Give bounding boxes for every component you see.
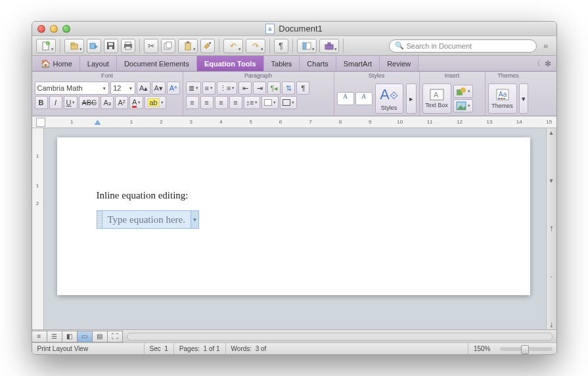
- window-title: Document1: [32, 24, 556, 34]
- ribbon: Font Cambria Math▼ 12▼ A▴ A▾ Aᵃ B I U▾ A…: [32, 72, 556, 116]
- zoom-slider[interactable]: [500, 347, 553, 351]
- browse-object-button[interactable]: ◦: [550, 273, 552, 280]
- strikethrough-button[interactable]: ABC: [79, 96, 99, 109]
- tab-layout[interactable]: Layout: [80, 56, 117, 71]
- indent-marker[interactable]: [95, 120, 101, 125]
- borders-button[interactable]: ▾: [280, 96, 297, 109]
- new-doc-button[interactable]: +: [36, 39, 56, 53]
- group-label-paragraph: Paragraph: [186, 72, 331, 80]
- change-case-button[interactable]: Aᵃ: [167, 82, 180, 95]
- equation-editor-box[interactable]: Type equation here. ▼: [97, 210, 199, 229]
- ruler-horizontal[interactable]: 1 1 2 3 4 5 6 7 8 9 10 11 12 13 14 15: [32, 116, 556, 128]
- redo-button[interactable]: ↷: [246, 39, 265, 53]
- grow-font-button[interactable]: A▴: [137, 82, 150, 95]
- ribbon-settings-button[interactable]: ✻: [545, 59, 551, 68]
- svg-rect-5: [90, 43, 95, 49]
- text-box-button[interactable]: A Text Box: [422, 83, 451, 114]
- format-painter-button[interactable]: [200, 39, 215, 53]
- document-page[interactable]: Inline equation editing: Type equation h…: [57, 137, 530, 295]
- font-name-combo[interactable]: Cambria Math▼: [35, 82, 110, 95]
- print-button[interactable]: [121, 39, 135, 53]
- styles-more-button[interactable]: ▸: [406, 83, 417, 114]
- view-publishing-button[interactable]: ◧: [62, 331, 78, 342]
- open-recent-button[interactable]: [87, 39, 101, 53]
- open-button[interactable]: [64, 39, 84, 53]
- line-spacing-button[interactable]: ↕≡▾: [244, 96, 261, 109]
- sidebar-toggle-button[interactable]: [297, 39, 317, 53]
- show-formatting-button[interactable]: ¶: [274, 39, 288, 53]
- copy-button[interactable]: [161, 39, 175, 53]
- view-outline-button[interactable]: ☰: [47, 331, 62, 342]
- status-zoom[interactable]: 150%: [468, 343, 496, 355]
- paste-button[interactable]: [178, 39, 198, 53]
- save-button[interactable]: [104, 39, 118, 53]
- underline-button[interactable]: U▾: [64, 96, 78, 109]
- toolbox-button[interactable]: [319, 39, 339, 53]
- tab-document-elements[interactable]: Document Elements: [117, 56, 197, 71]
- body-text-line[interactable]: Inline equation editing:: [97, 190, 491, 201]
- bold-button[interactable]: B: [35, 96, 48, 109]
- justify-button[interactable]: ≡: [229, 96, 242, 109]
- svg-rect-11: [125, 47, 131, 49]
- shape-button[interactable]: ▾: [453, 85, 473, 98]
- undo-button[interactable]: ↶: [223, 39, 243, 53]
- bullets-button[interactable]: ≣▾: [186, 82, 201, 95]
- tab-review[interactable]: Review: [380, 56, 418, 71]
- equation-handle-left[interactable]: [97, 211, 102, 228]
- show-marks-button[interactable]: ¶: [296, 82, 309, 95]
- font-color-button[interactable]: A▾: [129, 96, 143, 109]
- decrease-indent-button[interactable]: ⇤: [238, 82, 252, 95]
- group-label-styles: Styles: [337, 72, 417, 80]
- view-fullscreen-button[interactable]: ⛶: [107, 331, 123, 342]
- equation-placeholder-text[interactable]: Type equation here.: [102, 214, 191, 225]
- themes-button[interactable]: Aa Themes: [488, 83, 517, 114]
- svg-rect-15: [187, 41, 189, 43]
- italic-button[interactable]: I: [49, 96, 62, 109]
- text-direction-button[interactable]: ¶◂: [267, 82, 281, 95]
- scroll-down-button[interactable]: ▼: [549, 177, 554, 184]
- align-left-button[interactable]: ≡: [186, 96, 199, 109]
- vertical-scrollbar[interactable]: ▲ ▼ ⭱ ◦ ⭳: [546, 128, 556, 329]
- tab-stop-selector[interactable]: [36, 118, 45, 127]
- styles-pane-button[interactable]: A⟐ Styles: [375, 83, 403, 114]
- shrink-font-button[interactable]: A▾: [152, 82, 166, 95]
- multilevel-button[interactable]: ⋮≡▾: [217, 82, 237, 95]
- style-swatch-2[interactable]: A: [355, 92, 373, 105]
- scroll-up-button[interactable]: ▲: [549, 129, 554, 136]
- numbering-button[interactable]: ≡▾: [202, 82, 215, 95]
- toolbar-overflow-button[interactable]: »: [539, 41, 553, 51]
- themes-icon: Aa: [495, 88, 510, 101]
- ribbon-tabs: 🏠Home Layout Document Elements Equation …: [32, 56, 556, 72]
- tab-smartart[interactable]: SmartArt: [336, 56, 380, 71]
- picture-button[interactable]: ▾: [453, 99, 473, 112]
- tab-charts[interactable]: Charts: [300, 56, 336, 71]
- view-notebook-button[interactable]: ▤: [92, 331, 108, 342]
- equation-dropdown-handle[interactable]: ▼: [191, 211, 198, 228]
- align-right-button[interactable]: ≡: [215, 96, 228, 109]
- cut-button[interactable]: ✂: [144, 39, 158, 53]
- search-placeholder: Search in Document: [407, 42, 472, 50]
- themes-more-button[interactable]: ▾: [519, 83, 528, 114]
- increase-indent-button[interactable]: ⇥: [253, 82, 266, 95]
- horizontal-scrollbar[interactable]: [127, 333, 553, 341]
- collapse-ribbon-button[interactable]: 〈: [533, 58, 541, 69]
- shading-button[interactable]: ▾: [261, 96, 279, 109]
- search-box[interactable]: 🔍 Search in Document: [389, 39, 537, 53]
- tab-equation-tools[interactable]: Equation Tools: [197, 56, 264, 71]
- page-scroll-area[interactable]: Inline equation editing: Type equation h…: [44, 128, 546, 329]
- view-draft-button[interactable]: ≡: [32, 331, 47, 342]
- sort-button[interactable]: ⇅: [282, 82, 295, 95]
- tab-home[interactable]: 🏠Home: [34, 56, 80, 71]
- svg-text:A: A: [434, 91, 439, 99]
- ruler-vertical[interactable]: 1 1 2: [32, 128, 44, 329]
- align-center-button[interactable]: ≡: [200, 96, 214, 109]
- next-page-button[interactable]: ⭳: [549, 321, 554, 328]
- tab-tables[interactable]: Tables: [264, 56, 300, 71]
- view-print-layout-button[interactable]: ▭: [77, 331, 93, 342]
- style-swatch-1[interactable]: A: [337, 92, 354, 105]
- font-size-combo[interactable]: 12▼: [110, 82, 135, 95]
- subscript-button[interactable]: A₂: [101, 96, 114, 109]
- superscript-button[interactable]: A²: [115, 96, 128, 109]
- prev-page-button[interactable]: ⭱: [549, 225, 554, 232]
- highlight-button[interactable]: ab▾: [145, 96, 166, 109]
